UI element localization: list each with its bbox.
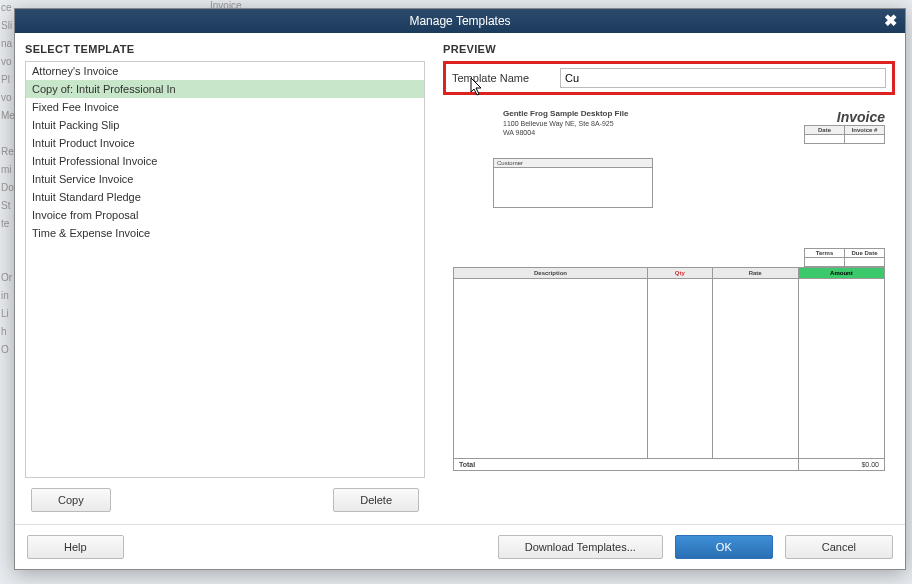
ok-button[interactable]: OK — [675, 535, 773, 559]
template-item[interactable]: Fixed Fee Invoice — [26, 98, 424, 116]
col-amount: Amount — [798, 268, 884, 279]
invoice-line-table: Description Qty Rate Amount Total $0.00 — [453, 267, 885, 471]
template-item[interactable]: Time & Expense Invoice — [26, 224, 424, 242]
dialog-footer: Help Download Templates... OK Cancel — [15, 524, 905, 569]
template-name-highlight: Template Name — [443, 61, 895, 95]
company-addr2: WA 98004 — [503, 128, 628, 137]
company-name: Gentle Frog Sample Desktop File — [503, 109, 628, 119]
col-qty: Qty — [647, 268, 712, 279]
template-item[interactable]: Invoice from Proposal — [26, 206, 424, 224]
preview-header: PREVIEW — [443, 43, 895, 55]
customer-header: Customer — [494, 159, 652, 168]
copy-button[interactable]: Copy — [31, 488, 111, 512]
template-item[interactable]: Intuit Product Invoice — [26, 134, 424, 152]
cancel-button[interactable]: Cancel — [785, 535, 893, 559]
bg-fragment: te — [1, 218, 9, 229]
bg-fragment: St — [1, 200, 10, 211]
dialog-content: SELECT TEMPLATE Attorney's InvoiceCopy o… — [15, 33, 905, 524]
delete-button[interactable]: Delete — [333, 488, 419, 512]
invnum-header: Invoice # — [845, 126, 885, 135]
close-icon[interactable]: ✖ — [881, 11, 899, 30]
bg-fragment: Pl — [1, 74, 10, 85]
template-item[interactable]: Attorney's Invoice — [26, 62, 424, 80]
template-name-row: Template Name — [452, 68, 886, 88]
bg-fragment: Or — [1, 272, 12, 283]
bg-fragment: vo — [1, 56, 12, 67]
bg-fragment: mi — [1, 164, 12, 175]
bg-fragment: ce — [1, 2, 12, 13]
bg-fragment: Sli — [1, 20, 12, 31]
bg-fragment: Me — [1, 110, 15, 121]
help-button[interactable]: Help — [27, 535, 124, 559]
download-templates-button[interactable]: Download Templates... — [498, 535, 663, 559]
invoice-preview: Gentle Frog Sample Desktop File 1100 Bel… — [443, 101, 895, 524]
left-panel: SELECT TEMPLATE Attorney's InvoiceCopy o… — [25, 43, 425, 524]
col-rate: Rate — [712, 268, 798, 279]
invoice-title: Invoice — [804, 109, 885, 125]
terms-due-box: Terms Due Date — [804, 248, 885, 267]
template-name-input[interactable] — [560, 68, 886, 88]
bg-fragment: Re — [1, 146, 14, 157]
date-header: Date — [805, 126, 845, 135]
due-header: Due Date — [845, 249, 885, 258]
col-description: Description — [454, 268, 648, 279]
template-name-label: Template Name — [452, 72, 552, 84]
terms-header: Terms — [805, 249, 845, 258]
template-item[interactable]: Intuit Service Invoice — [26, 170, 424, 188]
bg-fragment: na — [1, 38, 12, 49]
company-block: Gentle Frog Sample Desktop File 1100 Bel… — [503, 109, 628, 144]
total-label: Total — [454, 459, 799, 471]
select-template-header: SELECT TEMPLATE — [25, 43, 425, 55]
total-value: $0.00 — [798, 459, 884, 471]
dialog-title: Manage Templates — [409, 14, 510, 28]
bg-fragment: in — [1, 290, 9, 301]
bg-fragment: vo — [1, 92, 12, 103]
bg-fragment: h — [1, 326, 7, 337]
template-list[interactable]: Attorney's InvoiceCopy of: Intuit Profes… — [25, 61, 425, 478]
right-panel: PREVIEW Template Name Gentle Frog Sample… — [443, 43, 895, 524]
template-item[interactable]: Copy of: Intuit Professional In — [26, 80, 424, 98]
bg-fragment: O — [1, 344, 9, 355]
company-addr1: 1100 Bellevue Way NE, Ste 8A-925 — [503, 119, 628, 128]
manage-templates-dialog: Manage Templates ✖ SELECT TEMPLATE Attor… — [14, 8, 906, 570]
dialog-titlebar: Manage Templates ✖ — [15, 9, 905, 33]
template-item[interactable]: Intuit Packing Slip — [26, 116, 424, 134]
customer-box: Customer — [493, 158, 653, 208]
template-item[interactable]: Intuit Standard Pledge — [26, 188, 424, 206]
template-item[interactable]: Intuit Professional Invoice — [26, 152, 424, 170]
bg-fragment: Do — [1, 182, 14, 193]
bg-fragment: Li — [1, 308, 9, 319]
list-button-row: Copy Delete — [25, 478, 425, 524]
invoice-meta-table: Date Invoice # — [804, 125, 885, 144]
